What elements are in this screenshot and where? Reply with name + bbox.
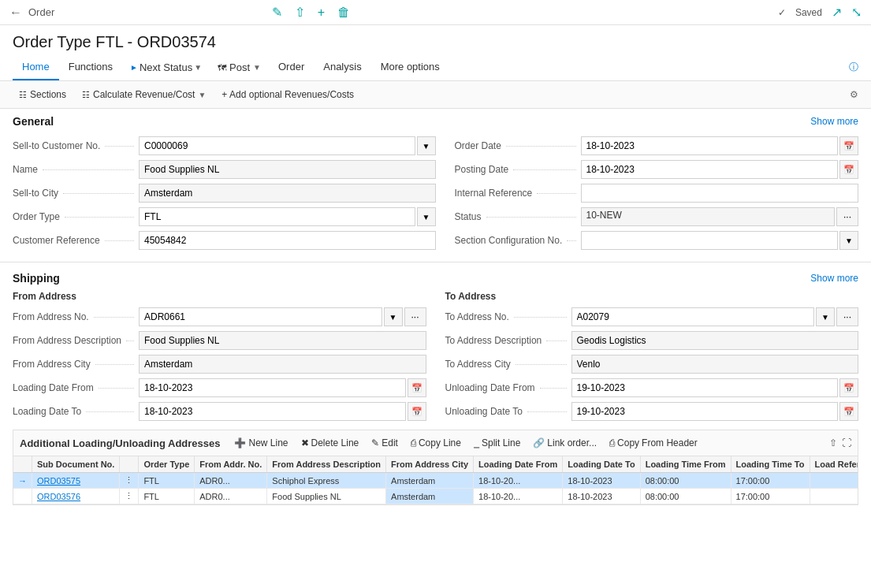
posting-date-calendar[interactable]: 📅 (839, 160, 858, 179)
from-addr-no-input[interactable] (139, 307, 382, 326)
link-order-label: Link order... (547, 437, 597, 448)
delete-line-icon: ✖ (301, 437, 309, 448)
split-line-label: Split Line (482, 437, 520, 448)
general-form: Sell-to Customer No. ▼ Name Sell-to City (13, 134, 858, 252)
tab-home[interactable]: Home (13, 54, 59, 80)
order-type-dropdown[interactable]: ▼ (417, 207, 436, 226)
general-show-more[interactable]: Show more (810, 116, 858, 127)
sell-to-customer-label: Sell-to Customer No. (13, 140, 139, 151)
unloading-date-from-calendar[interactable]: 📅 (839, 378, 858, 397)
to-address-group: To Address To Address No. ▼ ··· To Addre… (445, 291, 859, 423)
order-date-row: Order Date 📅 (455, 134, 859, 158)
row-load-ref-1 (810, 473, 858, 489)
shipping-title: Shipping (13, 272, 60, 285)
calculate-button[interactable]: ☷ Calculate Revenue/Cost ▼ (76, 86, 212, 103)
table-expand-icon[interactable]: ⛶ (842, 437, 851, 448)
row-loading-from-1: 18-10-20... (474, 473, 563, 489)
from-addr-desc-row: From Address Description (13, 329, 426, 352)
col-loading-from: From Address City (386, 456, 474, 473)
sell-to-customer-field: ▼ (139, 136, 436, 155)
sell-to-city-input[interactable] (139, 184, 436, 203)
row-loading-to-2: 18-10-2023 (563, 489, 640, 504)
delete-line-button[interactable]: ✖ Delete Line (296, 435, 364, 451)
order-date-calendar[interactable]: 📅 (839, 136, 858, 155)
internal-reference-row: Internal Reference (455, 181, 859, 205)
section-config-input[interactable] (581, 231, 839, 250)
customer-reference-input[interactable] (139, 231, 436, 250)
from-addr-desc-input[interactable] (139, 331, 426, 350)
split-line-button[interactable]: ⎯ Split Line (469, 435, 525, 451)
shipping-section: Shipping Show more From Address From Add… (0, 266, 871, 430)
sell-to-customer-dropdown[interactable]: ▼ (417, 136, 436, 155)
loading-date-to-input[interactable] (139, 402, 406, 421)
from-addr-no-dropdown[interactable]: ▼ (384, 307, 403, 326)
edit-icon[interactable]: ✎ (272, 5, 282, 20)
row-menu-2[interactable]: ⋮ (120, 489, 139, 504)
loading-date-to-calendar[interactable]: 📅 (408, 402, 426, 421)
shipping-show-more[interactable]: Show more (810, 273, 858, 284)
expand-icon[interactable]: ⤡ (851, 5, 862, 20)
unloading-date-to-input[interactable] (571, 402, 839, 421)
add-revenues-button[interactable]: + Add optional Revenues/Costs (215, 86, 360, 103)
order-type-input[interactable] (139, 207, 415, 226)
open-icon[interactable]: ↗ (832, 5, 842, 20)
posting-date-input[interactable] (581, 160, 839, 179)
table-row[interactable]: → ORD03575 ⋮ FTL ADR0... Schiphol Expres… (13, 473, 858, 489)
copy-from-header-button[interactable]: ⎙ Copy From Header (605, 435, 702, 451)
to-addr-desc-field (571, 331, 859, 350)
from-address-group: From Address From Address No. ▼ ··· From… (13, 291, 426, 423)
post-chevron: ▼ (253, 63, 261, 72)
sell-to-customer-input[interactable] (139, 136, 415, 155)
to-addr-no-ellipsis[interactable]: ··· (836, 307, 858, 326)
general-divider (0, 262, 871, 262)
loading-date-to-row: Loading Date To 📅 (13, 400, 426, 423)
unloading-date-to-calendar[interactable]: 📅 (839, 402, 858, 421)
settings-icon[interactable]: ⚙ (850, 89, 858, 100)
order-date-label: Order Date (455, 140, 581, 151)
copy-line-button[interactable]: ⎙ Copy Line (406, 435, 466, 451)
share-icon[interactable]: ⇧ (295, 5, 305, 20)
table-row[interactable]: ORD03576 ⋮ FTL ADR0... Food Supplies NL … (13, 489, 858, 504)
link-order-button[interactable]: 🔗 Link order... (528, 435, 601, 451)
row-arrow: → (13, 473, 32, 489)
tab-next-status[interactable]: ► Next Status ▼ (122, 57, 210, 78)
section-config-dropdown[interactable]: ▼ (839, 231, 858, 250)
add-icon[interactable]: + (318, 6, 325, 20)
table-share-icon[interactable]: ⇧ (829, 437, 837, 448)
to-addr-no-dropdown[interactable]: ▼ (816, 307, 835, 326)
col-from-city: From Address Description (267, 456, 386, 473)
internal-reference-input[interactable] (581, 184, 859, 203)
delete-icon[interactable]: 🗑 (337, 6, 350, 20)
from-addr-no-ellipsis[interactable]: ··· (404, 307, 426, 326)
tab-order[interactable]: Order (269, 54, 314, 80)
tab-post[interactable]: 🗺 Post ▼ (210, 57, 269, 78)
from-addr-city-input[interactable] (139, 355, 426, 374)
to-addr-desc-label: To Address Description (445, 335, 571, 346)
unloading-date-from-input[interactable] (571, 378, 839, 397)
edit-button[interactable]: ✎ Edit (367, 435, 403, 451)
row-time-to-2: 17:00:00 (731, 489, 810, 504)
to-addr-no-label: To Address No. (445, 311, 571, 322)
loading-date-from-input[interactable] (139, 378, 406, 397)
info-icon[interactable]: ⓘ (849, 61, 858, 74)
tab-analysis[interactable]: Analysis (314, 54, 370, 80)
calculate-label: Calculate Revenue/Cost (93, 89, 195, 100)
to-addr-no-input[interactable] (571, 307, 815, 326)
tab-more-options[interactable]: More options (371, 54, 449, 80)
new-line-button[interactable]: ➕ New Line (229, 435, 292, 451)
unloading-date-from-field: 📅 (571, 378, 859, 397)
tab-functions[interactable]: Functions (59, 54, 122, 80)
loading-date-from-calendar[interactable]: 📅 (408, 378, 426, 397)
back-button[interactable]: ← (9, 6, 22, 20)
sections-button[interactable]: ☷ Sections (13, 86, 73, 103)
to-addr-city-input[interactable] (571, 355, 859, 374)
unloading-date-to-row: Unloading Date To 📅 (445, 400, 859, 423)
section-config-row: Section Configuration No. ▼ (455, 229, 859, 252)
row-menu-1[interactable]: ⋮ (120, 473, 139, 489)
status-ellipsis[interactable]: ··· (836, 207, 858, 226)
name-input[interactable] (139, 160, 436, 179)
from-addr-no-label: From Address No. (13, 311, 139, 322)
row-order-type-1: FTL (139, 473, 195, 489)
to-addr-desc-input[interactable] (571, 331, 859, 350)
order-date-input[interactable] (581, 136, 839, 155)
